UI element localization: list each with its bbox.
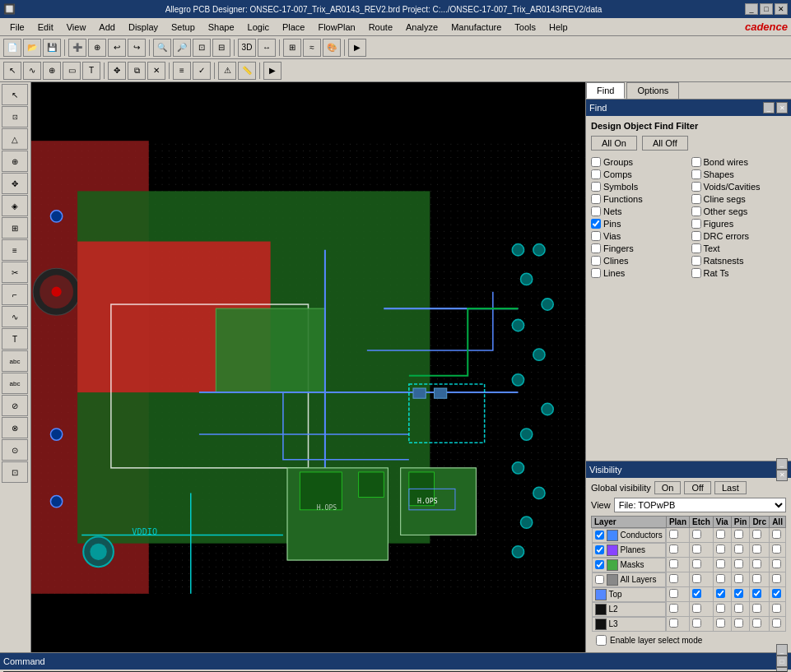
- tool-6[interactable]: ⊞: [2, 217, 28, 239]
- menu-analyze[interactable]: Analyze: [399, 21, 444, 34]
- planes-pin-cb[interactable]: [734, 545, 743, 554]
- conductors-all-cb[interactable]: [772, 530, 781, 539]
- functions-checkbox[interactable]: [591, 194, 601, 204]
- menu-flowplan[interactable]: FlowPlan: [311, 21, 361, 34]
- planes-all-cb[interactable]: [772, 545, 781, 554]
- cmd-expand-btn[interactable]: □: [776, 656, 788, 667]
- l2-etch-cb[interactable]: [692, 604, 701, 613]
- close-button[interactable]: ✕: [775, 3, 788, 15]
- masks-via-cb[interactable]: [716, 559, 725, 568]
- 3d-view[interactable]: 3D: [238, 39, 256, 57]
- top-all-cb[interactable]: [772, 589, 781, 598]
- masks-drc-cb[interactable]: [752, 559, 761, 568]
- color[interactable]: 🎨: [323, 39, 341, 57]
- prop-btn[interactable]: ≡: [173, 62, 191, 80]
- menu-manufacture[interactable]: Manufacture: [444, 21, 508, 34]
- zoom-window[interactable]: ⊟: [212, 39, 230, 57]
- conductors-etch-cb[interactable]: [692, 530, 701, 539]
- cmd-minimize-btn[interactable]: _: [776, 644, 788, 656]
- planes-via-cb[interactable]: [716, 545, 725, 554]
- tool-17[interactable]: ⊡: [2, 461, 28, 483]
- top-drc-cb[interactable]: [752, 589, 761, 598]
- wire-btn[interactable]: ∿: [23, 62, 41, 80]
- l3-drc-cb[interactable]: [752, 619, 761, 628]
- tool-5[interactable]: ◈: [2, 195, 28, 216]
- menu-shape[interactable]: Shape: [202, 21, 241, 34]
- save-button[interactable]: 💾: [43, 39, 61, 57]
- tool-9[interactable]: ⌐: [2, 284, 28, 305]
- enable-layer-checkbox[interactable]: [596, 635, 607, 646]
- add-via[interactable]: ⊕: [88, 39, 106, 57]
- menu-place[interactable]: Place: [276, 21, 312, 34]
- top-via-cb[interactable]: [716, 589, 725, 598]
- conductors-via-cb[interactable]: [716, 530, 725, 539]
- conductors-plan-cb[interactable]: [669, 530, 678, 539]
- more-tools2[interactable]: ▶: [263, 62, 282, 80]
- vis-off-button[interactable]: Off: [684, 481, 710, 494]
- lines-checkbox[interactable]: [591, 268, 601, 278]
- l3-pin-cb[interactable]: [734, 619, 743, 628]
- menu-file[interactable]: File: [3, 21, 31, 34]
- vis-last-button[interactable]: Last: [714, 481, 747, 494]
- tool-10[interactable]: ∿: [2, 306, 28, 327]
- alllayers-pin-cb[interactable]: [734, 574, 743, 583]
- tool-12[interactable]: abc: [2, 350, 28, 372]
- figures-checkbox[interactable]: [691, 219, 701, 229]
- tool-11[interactable]: T: [2, 328, 28, 350]
- pins-checkbox[interactable]: [591, 219, 601, 229]
- all-on-button[interactable]: All On: [591, 136, 637, 151]
- menu-logic[interactable]: Logic: [241, 21, 276, 34]
- redo[interactable]: ↪: [128, 39, 146, 57]
- menu-setup[interactable]: Setup: [165, 21, 202, 34]
- menu-display[interactable]: Display: [122, 21, 165, 34]
- delete-btn[interactable]: ✕: [147, 62, 165, 80]
- move-btn[interactable]: ✥: [108, 62, 126, 80]
- tool-7[interactable]: ≡: [2, 239, 28, 261]
- tab-options[interactable]: Options: [626, 82, 679, 99]
- open-button[interactable]: 📂: [23, 39, 41, 57]
- tab-find[interactable]: Find: [586, 82, 625, 99]
- tool-16[interactable]: ⊙: [2, 439, 28, 461]
- menu-view[interactable]: View: [60, 21, 93, 34]
- symbols-checkbox[interactable]: [591, 182, 601, 192]
- groups-checkbox[interactable]: [591, 157, 601, 167]
- check-btn[interactable]: ✓: [193, 62, 211, 80]
- shape-btn[interactable]: ▭: [63, 62, 81, 80]
- l3-all-cb[interactable]: [772, 619, 781, 628]
- vias-checkbox[interactable]: [591, 231, 601, 241]
- l2-drc-cb[interactable]: [752, 604, 761, 613]
- l2-all-cb[interactable]: [772, 604, 781, 613]
- top-pin-cb[interactable]: [734, 589, 743, 598]
- find-minimize-btn[interactable]: _: [763, 102, 775, 114]
- alllayers-plan-cb[interactable]: [669, 574, 678, 583]
- nets-checkbox[interactable]: [591, 206, 601, 216]
- text-btn[interactable]: T: [82, 62, 100, 80]
- tool-3[interactable]: ⊕: [2, 151, 28, 172]
- conductors-pin-cb[interactable]: [734, 530, 743, 539]
- zoom-fit[interactable]: ⊡: [193, 39, 211, 57]
- top-etch-cb[interactable]: [692, 589, 701, 598]
- rats[interactable]: ≈: [303, 39, 321, 57]
- new-button[interactable]: 📄: [3, 39, 21, 57]
- l3-via-cb[interactable]: [716, 619, 725, 628]
- zoom-in[interactable]: 🔍: [153, 39, 171, 57]
- conductors-vis-checkbox[interactable]: [595, 531, 604, 540]
- planes-etch-cb[interactable]: [692, 545, 701, 554]
- l2-plan-cb[interactable]: [669, 604, 678, 613]
- clines-checkbox[interactable]: [591, 256, 601, 266]
- masks-etch-cb[interactable]: [692, 559, 701, 568]
- masks-vis-checkbox[interactable]: [595, 560, 604, 569]
- tool-4[interactable]: ✥: [2, 173, 28, 194]
- clinesegs-checkbox[interactable]: [691, 194, 701, 204]
- menu-tools[interactable]: Tools: [508, 21, 542, 34]
- voids-checkbox[interactable]: [691, 182, 701, 192]
- tool-13[interactable]: abc: [2, 373, 28, 394]
- ratsnests-checkbox[interactable]: [691, 256, 701, 266]
- tool-2[interactable]: △: [2, 128, 28, 150]
- l2-pin-cb[interactable]: [734, 604, 743, 613]
- alllayers-drc-cb[interactable]: [752, 574, 761, 583]
- othersegs-checkbox[interactable]: [691, 206, 701, 216]
- tool-1[interactable]: ⊡: [2, 106, 28, 127]
- text-checkbox[interactable]: [691, 243, 701, 253]
- bondwires-checkbox[interactable]: [691, 157, 701, 167]
